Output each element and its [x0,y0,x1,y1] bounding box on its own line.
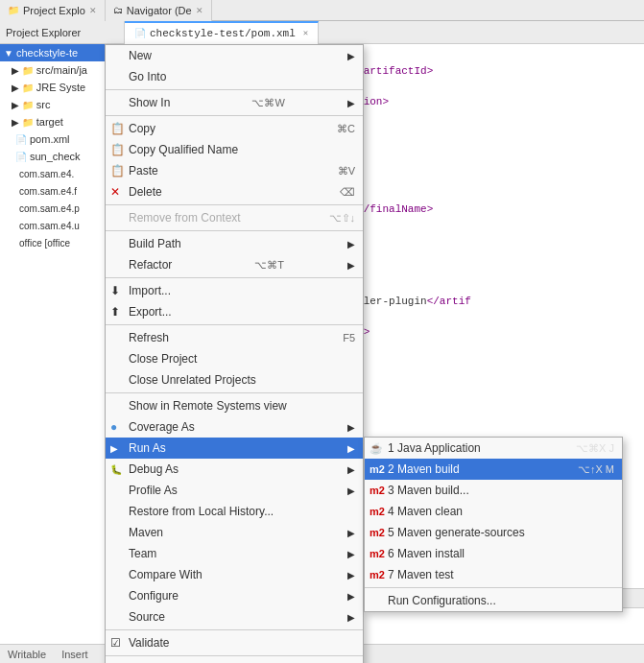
submenu-maven-test-label: 7 Maven test [388,568,454,581]
menu-item-configure[interactable]: Configure ▶ [106,585,363,606]
menu-delete-shortcut: ⌫ [321,186,355,199]
tree-e4-4-label: com.sam.e4.u [19,221,80,231]
menu-item-source[interactable]: Source ▶ [106,606,363,627]
menu-remove-context-label: Remove from Context [129,211,241,225]
tab-label-navigator: Navigator (De [127,5,192,16]
menu-profile-as-label: Profile As [129,484,178,497]
menu-separator-1 [106,89,363,90]
editor-tab-close[interactable]: ✕ [303,28,308,38]
menu-team-label: Team [129,547,156,560]
nav-icon: 🗂 [113,5,123,15]
menu-configure-label: Configure [129,589,179,603]
submenu-maven-install-label: 6 Maven install [388,547,465,560]
tree-src-icon: ▶ 📁 [12,65,34,76]
submenu-arrow-build-path: ▶ [347,239,355,249]
menu-copy-qualified-label: Copy Qualified Name [129,143,238,156]
submenu-arrow-source: ▶ [347,612,355,623]
maven-test-icon: m2 [370,569,385,580]
tab-close-icon[interactable]: ✕ [89,6,97,15]
submenu-item-maven-clean[interactable]: m2 4 Maven clean [365,501,622,522]
submenu-arrow-show-in: ▶ [347,98,355,108]
maven-clean-icon: m2 [370,506,385,517]
menu-copy-label: Copy [129,122,155,135]
menu-show-in-shortcut: ⌥⌘W [232,97,284,109]
tree-sun-label: sun_check [30,151,81,162]
submenu-arrow-coverage: ▶ [347,422,355,433]
menu-item-team[interactable]: Team ▶ [106,543,363,564]
tab-navigator[interactable]: 🗂 Navigator (De ✕ [106,0,212,21]
submenu-item-run-configs[interactable]: Run Configurations... [365,590,622,611]
tree-item-label: checkstyle-te [16,47,78,59]
submenu-separator [365,587,622,588]
menu-item-validate[interactable]: ☑ Validate [106,632,363,653]
copy-icon: 📋 [110,122,125,135]
export-icon: ⬆ [110,305,120,319]
submenu-item-maven-generate[interactable]: m2 5 Maven generate-sources [365,522,622,543]
editor-tab-pom[interactable]: 📄 checkstyle-test/pom.xml ✕ [125,21,319,44]
tree-pom-label: pom.xml [30,133,70,145]
tab-bar: 📁 Project Explo ✕ 🗂 Navigator (De ✕ [0,0,644,21]
menu-item-copy-qualified[interactable]: 📋 Copy Qualified Name [106,139,363,160]
menu-separator-6 [106,324,363,325]
tab-navigator-close-icon[interactable]: ✕ [196,6,203,15]
menu-item-refactor[interactable]: Refactor ⌥⌘T ▶ [106,254,363,275]
tree-expand-icon: ▼ [4,48,13,59]
checkbox-icon: ☑ [110,636,121,650]
submenu-item-maven-build2[interactable]: m2 3 Maven build... [365,480,622,501]
maven-build2-icon: m2 [370,485,385,496]
delete-icon: ✕ [110,185,120,199]
menu-item-run-as[interactable]: ▶ Run As ▶ ☕ 1 Java Application ⌥⌘X J m2… [106,438,363,459]
menu-debug-as-label: Debug As [129,462,179,476]
submenu-arrow-compare-with: ▶ [347,570,355,580]
tree-e4-1-label: com.sam.e4. [19,169,74,179]
menu-item-coverage[interactable]: ● Coverage As ▶ [106,416,363,438]
submenu-item-java-app[interactable]: ☕ 1 Java Application ⌥⌘X J [365,438,622,459]
menu-item-delete[interactable]: ✕ Delete ⌫ [106,181,363,202]
menu-item-copy[interactable]: 📋 Copy ⌘C [106,118,363,139]
menu-item-maven[interactable]: Maven ▶ [106,522,363,543]
menu-item-refresh[interactable]: Refresh F5 [106,327,363,348]
menu-item-profile-as[interactable]: Profile As ▶ [106,480,363,501]
tree-src2-label: src [36,99,51,110]
panel-header: Project Explorer [0,21,124,44]
debug-icon: 🐛 [110,464,122,475]
menu-separator-2 [106,115,363,116]
submenu-arrow-configure: ▶ [347,591,355,602]
menu-show-in-label: Show In [129,96,170,109]
tree-e4-3-label: com.sam.e4.p [19,203,80,214]
menu-separator-9 [106,655,363,656]
menu-item-show-remote[interactable]: Show in Remote Systems view [106,395,363,416]
menu-item-compare-with[interactable]: Compare With ▶ [106,564,363,585]
menu-item-close-project[interactable]: Close Project [106,348,363,369]
menu-go-into-label: Go Into [129,70,166,83]
menu-item-debug-as[interactable]: 🐛 Debug As ▶ [106,459,363,480]
tree-pom-icon: 📄 [15,134,27,145]
tree-src-label: src/main/ja [36,64,87,76]
import-icon: ⬇ [110,284,120,297]
tree-e4-2-label: com.sam.e4.f [19,186,77,197]
submenu-arrow-debug-as: ▶ [347,464,355,475]
menu-item-remove-context: Remove from Context ⌥⇧↓ [106,207,363,228]
menu-item-new[interactable]: New ▶ [106,45,363,66]
menu-item-build-path[interactable]: Build Path ▶ [106,233,363,254]
submenu-item-maven-install[interactable]: m2 6 Maven install [365,543,622,564]
menu-item-show-in[interactable]: Show In ⌥⌘W ▶ [106,92,363,113]
copy-qualified-icon: 📋 [110,143,125,156]
menu-export-label: Export... [129,305,172,319]
menu-item-go-into[interactable]: Go Into [106,66,363,87]
submenu-arrow-team: ▶ [347,549,355,559]
submenu-item-maven-build[interactable]: m2 2 Maven build ⌥↑X M [365,459,622,480]
menu-item-import[interactable]: ⬇ Import... [106,280,363,301]
submenu-item-maven-test[interactable]: m2 7 Maven test [365,564,622,585]
menu-item-export[interactable]: ⬆ Export... [106,301,363,322]
tab-project-explorer[interactable]: 📁 Project Explo ✕ [0,0,106,21]
submenu-java-app-shortcut: ⌥⌘X J [557,442,614,455]
menu-item-paste[interactable]: 📋 Paste ⌘V [106,160,363,181]
menu-close-unrelated-label: Close Unrelated Projects [129,373,256,387]
menu-item-restore-history[interactable]: Restore from Local History... [106,501,363,522]
menu-item-close-unrelated[interactable]: Close Unrelated Projects [106,369,363,391]
menu-item-properties[interactable]: Properties ⌘I [106,658,363,663]
menu-source-label: Source [129,610,165,624]
menu-refresh-label: Refresh [129,331,169,344]
menu-separator-8 [106,629,363,630]
